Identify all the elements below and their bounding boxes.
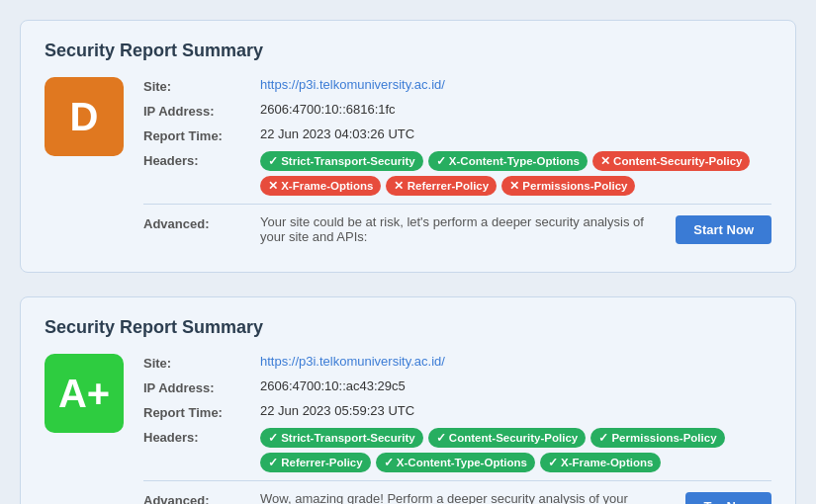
card2-headers-label: Headers: (143, 428, 252, 445)
security-card-1: Security Report Summary D Site: https://… (20, 20, 796, 273)
header-tag: ✓ X-Content-Type-Options (376, 453, 535, 472)
card2-site-link[interactable]: https://p3i.telkomuniversity.ac.id/ (260, 354, 445, 369)
card1-tags-container: ✓ Strict-Transport-Security✓ X-Content-T… (260, 151, 771, 196)
header-tag: ✓ Referrer-Policy (260, 453, 371, 472)
card1-site-row: Site: https://p3i.telkomuniversity.ac.id… (143, 77, 771, 94)
card2-time-value: 22 Jun 2023 05:59:23 UTC (260, 403, 771, 418)
card1-advanced-label: Advanced: (143, 214, 252, 231)
card1-site-link[interactable]: https://p3i.telkomuniversity.ac.id/ (260, 77, 445, 92)
header-tag: ✓ Strict-Transport-Security (260, 151, 423, 171)
card1-site-label: Site: (143, 77, 252, 94)
header-tag: ✓ X-Frame-Options (540, 453, 661, 472)
card1-title: Security Report Summary (45, 41, 771, 61)
card2-advanced-row: Advanced: Wow, amazing grade! Perform a … (143, 491, 771, 504)
card2-divider (143, 480, 771, 481)
card2-ip-value: 2606:4700:10::ac43:29c5 (260, 378, 771, 393)
card2-tags: ✓ Strict-Transport-Security✓ Content-Sec… (260, 428, 771, 472)
header-tag: ✕ Content-Security-Policy (592, 151, 751, 171)
header-tag: ✓ X-Content-Type-Options (428, 151, 588, 171)
header-tag: ✓ Content-Security-Policy (428, 428, 587, 448)
header-tag: ✕ Referrer-Policy (386, 176, 497, 196)
card1-tags: ✓ Strict-Transport-Security✓ X-Content-T… (260, 151, 771, 196)
card1-info: Site: https://p3i.telkomuniversity.ac.id… (143, 77, 771, 252)
grade-badge-1: D (45, 77, 124, 156)
header-tag: ✓ Strict-Transport-Security (260, 428, 423, 448)
card2-advanced-content: Wow, amazing grade! Perform a deeper sec… (260, 491, 771, 504)
card2-time-row: Report Time: 22 Jun 2023 05:59:23 UTC (143, 403, 771, 420)
card1-ip-row: IP Address: 2606:4700:10::6816:1fc (143, 102, 771, 119)
card2-advanced-text: Wow, amazing grade! Perform a deeper sec… (260, 491, 670, 504)
card2-headers-row: Headers: ✓ Strict-Transport-Security✓ Co… (143, 428, 771, 472)
card2-tags-container: ✓ Strict-Transport-Security✓ Content-Sec… (260, 428, 771, 472)
card2-advanced-label: Advanced: (143, 491, 252, 504)
card1-time-row: Report Time: 22 Jun 2023 04:03:26 UTC (143, 126, 771, 143)
card1-ip-label: IP Address: (143, 102, 252, 119)
card1-time-label: Report Time: (143, 126, 252, 143)
card2-site-value: https://p3i.telkomuniversity.ac.id/ (260, 354, 771, 369)
card2-ip-row: IP Address: 2606:4700:10::ac43:29c5 (143, 378, 771, 395)
card2-title: Security Report Summary (45, 317, 771, 338)
card1-advanced-text: Your site could be at risk, let's perfor… (260, 214, 660, 244)
card1-time-value: 22 Jun 2023 04:03:26 UTC (260, 126, 771, 141)
card1-advanced-row: Advanced: Your site could be at risk, le… (143, 214, 771, 244)
card1-headers-row: Headers: ✓ Strict-Transport-Security✓ X-… (143, 151, 771, 196)
header-tag: ✕ Permissions-Policy (501, 176, 635, 196)
header-tag: ✓ Permissions-Policy (590, 428, 724, 448)
card1-advanced-content: Your site could be at risk, let's perfor… (260, 214, 771, 244)
card1-divider (143, 204, 771, 205)
card2-info: Site: https://p3i.telkomuniversity.ac.id… (143, 354, 771, 504)
card1-ip-value: 2606:4700:10::6816:1fc (260, 102, 771, 117)
card1-site-value: https://p3i.telkomuniversity.ac.id/ (260, 77, 771, 92)
start-now-button[interactable]: Start Now (676, 215, 771, 244)
header-tag: ✕ X-Frame-Options (260, 176, 381, 196)
card2-ip-label: IP Address: (143, 378, 252, 395)
card2-site-label: Site: (143, 354, 252, 371)
try-now-button[interactable]: Try Now (685, 492, 771, 505)
card2-body: A+ Site: https://p3i.telkomuniversity.ac… (45, 354, 771, 504)
card2-time-label: Report Time: (143, 403, 252, 420)
card2-site-row: Site: https://p3i.telkomuniversity.ac.id… (143, 354, 771, 371)
card1-body: D Site: https://p3i.telkomuniversity.ac.… (45, 77, 771, 252)
card1-headers-label: Headers: (143, 151, 252, 168)
grade-badge-2: A+ (45, 354, 124, 433)
security-card-2: Security Report Summary A+ Site: https:/… (20, 296, 796, 504)
